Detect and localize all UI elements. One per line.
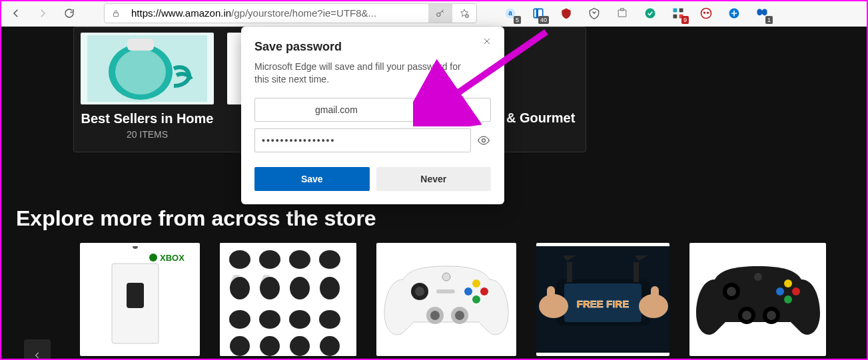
product-card[interactable]	[220, 243, 356, 356]
svg-rect-10	[673, 8, 677, 12]
extension-icon-8[interactable]	[698, 5, 714, 21]
svg-point-40	[230, 336, 250, 356]
svg-point-38	[289, 310, 310, 329]
svg-point-20	[115, 49, 166, 94]
svg-point-36	[229, 310, 250, 329]
svg-rect-21	[127, 39, 154, 51]
svg-text:a: a	[508, 9, 512, 17]
svg-rect-7	[618, 10, 626, 17]
gourmet-label: & Gourmet	[506, 110, 575, 126]
svg-point-74	[784, 279, 792, 287]
save-button[interactable]: Save	[254, 167, 370, 191]
svg-point-35	[320, 277, 340, 299]
svg-rect-8	[621, 8, 624, 10]
svg-point-77	[784, 295, 792, 303]
svg-rect-0	[114, 13, 119, 16]
svg-point-42	[290, 336, 310, 356]
extensions-area: a 5 40 9 1	[502, 5, 770, 21]
svg-point-34	[290, 277, 310, 299]
svg-point-16	[707, 11, 709, 13]
product-card[interactable]	[689, 243, 826, 356]
reveal-password-icon[interactable]	[476, 133, 491, 148]
extension-icon-7[interactable]: 9	[670, 5, 686, 21]
extension-icon-1[interactable]: a 5	[502, 5, 518, 21]
bestsellers-image	[81, 33, 214, 104]
svg-point-76	[776, 287, 784, 295]
xbox-logo-text: XBOX	[160, 253, 185, 263]
svg-point-31	[319, 250, 340, 269]
forward-button[interactable]	[32, 3, 53, 24]
svg-point-14	[701, 8, 711, 18]
svg-rect-61	[567, 262, 572, 282]
svg-rect-12	[673, 14, 677, 18]
favorite-icon[interactable]	[452, 4, 476, 23]
svg-point-79	[482, 138, 486, 142]
browser-toolbar: https://www.amazon.in/gp/yourstore/home?…	[0, 0, 868, 27]
svg-point-29	[259, 250, 280, 269]
password-key-icon[interactable]	[428, 4, 452, 23]
bestsellers-title: Best Sellers in Home	[81, 111, 214, 126]
svg-point-41	[260, 336, 280, 356]
extension-icon-5[interactable]	[614, 5, 630, 21]
svg-point-52	[480, 287, 488, 295]
svg-rect-62	[634, 262, 639, 282]
svg-point-75	[792, 287, 800, 295]
svg-point-50	[455, 311, 464, 320]
password-field[interactable]	[254, 128, 471, 152]
svg-point-69	[727, 287, 736, 296]
svg-point-48	[430, 311, 440, 320]
svg-point-71	[742, 311, 751, 320]
svg-rect-56	[436, 289, 455, 293]
svg-rect-25	[127, 283, 144, 308]
svg-point-15	[703, 11, 705, 13]
dialog-title: Save password	[254, 40, 491, 54]
save-password-dialog: Save password Microsoft Edge will save a…	[241, 27, 504, 204]
svg-rect-65	[547, 286, 555, 306]
svg-point-1	[437, 13, 440, 16]
product-card[interactable]: FREE FIRE	[536, 243, 669, 356]
svg-point-43	[320, 336, 340, 356]
svg-point-37	[259, 310, 280, 329]
svg-point-53	[464, 287, 472, 295]
svg-point-54	[472, 295, 480, 303]
svg-point-73	[767, 311, 776, 320]
product-carousel: XBOX	[13, 243, 868, 356]
svg-point-46	[415, 287, 424, 296]
extension-icon-9[interactable]	[726, 5, 742, 21]
url-text: https://www.amazon.in/gp/yourstore/home?…	[127, 7, 428, 19]
svg-point-28	[229, 250, 250, 269]
dialog-message: Microsoft Edge will save and fill your p…	[254, 61, 474, 86]
never-button[interactable]: Never	[376, 167, 492, 191]
product-card[interactable]: XBOX	[80, 243, 200, 356]
product-card[interactable]	[376, 243, 516, 356]
extension-icon-2[interactable]: 40	[530, 5, 546, 21]
svg-point-30	[289, 250, 310, 269]
extension-badge: 1	[765, 16, 773, 24]
svg-rect-11	[679, 8, 683, 12]
extension-badge: 40	[538, 16, 549, 24]
svg-point-51	[472, 279, 480, 287]
extension-badge: 5	[514, 16, 521, 24]
lock-icon	[105, 9, 127, 18]
close-icon[interactable]	[479, 33, 495, 49]
extension-icon-3[interactable]	[558, 5, 574, 21]
svg-point-39	[319, 310, 340, 329]
username-field[interactable]	[254, 98, 491, 122]
back-button[interactable]	[5, 3, 27, 24]
svg-text:FREE FIRE: FREE FIRE	[577, 298, 629, 309]
svg-rect-66	[651, 286, 659, 306]
extension-badge: 9	[681, 16, 689, 24]
svg-point-55	[442, 273, 450, 281]
explore-heading: Explore more from across the store	[16, 206, 376, 231]
extension-icon-10[interactable]: 1	[754, 5, 770, 21]
bestsellers-subtitle: 20 ITEMS	[127, 129, 168, 140]
address-bar[interactable]: https://www.amazon.in/gp/yourstore/home?…	[104, 3, 477, 23]
extension-icon-6[interactable]	[642, 5, 658, 21]
refresh-button[interactable]	[59, 3, 80, 24]
svg-point-78	[754, 273, 762, 281]
svg-point-9	[646, 8, 655, 18]
svg-point-23	[149, 254, 157, 262]
extension-icon-4[interactable]	[586, 5, 602, 21]
